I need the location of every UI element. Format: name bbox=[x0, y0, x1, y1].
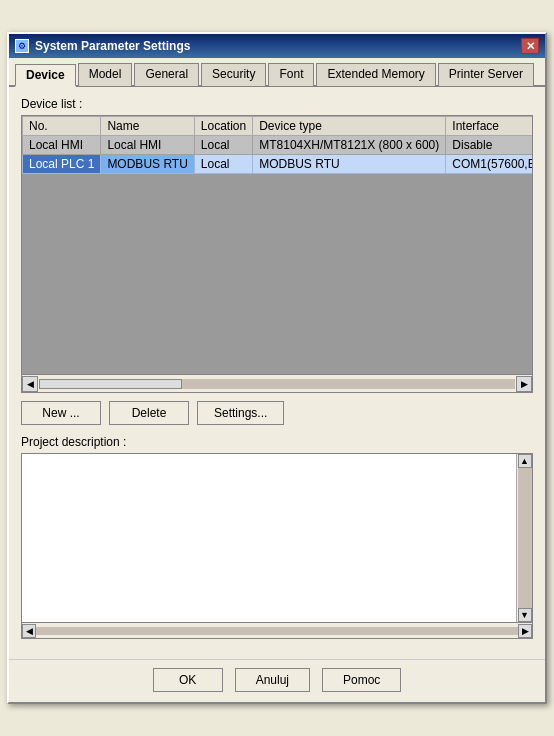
scroll-right-button[interactable]: ▶ bbox=[516, 376, 532, 392]
action-buttons: New ... Delete Settings... bbox=[21, 401, 533, 425]
table-empty-area bbox=[22, 174, 532, 374]
project-desc-h-scrollbar: ◀ ▶ bbox=[21, 623, 533, 639]
scroll-down-button[interactable]: ▼ bbox=[518, 608, 532, 622]
device-table-header: No. Name Location Device type Interface … bbox=[23, 117, 533, 136]
cell-interface: Disable bbox=[446, 136, 532, 155]
table-row[interactable]: Local HMI Local HMI Local MT8104XH/MT812… bbox=[23, 136, 533, 155]
cell-name: MODBUS RTU bbox=[101, 155, 194, 174]
tab-font[interactable]: Font bbox=[268, 63, 314, 86]
header-row: No. Name Location Device type Interface … bbox=[23, 117, 533, 136]
cell-device-type: MT8104XH/MT8121X (800 x 600) bbox=[253, 136, 446, 155]
ok-button[interactable]: OK bbox=[153, 668, 223, 692]
cell-interface: COM1(57600,E,8,1) bbox=[446, 155, 532, 174]
close-button[interactable]: ✕ bbox=[521, 38, 539, 54]
tab-general[interactable]: General bbox=[134, 63, 199, 86]
cancel-button[interactable]: Anuluj bbox=[235, 668, 310, 692]
h-scroll-track[interactable] bbox=[39, 379, 515, 389]
h-scrollbar: ◀ ▶ bbox=[22, 374, 532, 392]
window-icon: ⚙ bbox=[15, 39, 29, 53]
project-description-label: Project description : bbox=[21, 435, 533, 449]
device-table-outer: No. Name Location Device type Interface … bbox=[21, 115, 533, 393]
delete-button[interactable]: Delete bbox=[109, 401, 189, 425]
cell-location: Local bbox=[194, 136, 252, 155]
proj-h-scroll-track[interactable] bbox=[36, 627, 518, 635]
device-table-inner: No. Name Location Device type Interface … bbox=[22, 116, 532, 374]
device-table-body: Local HMI Local HMI Local MT8104XH/MT812… bbox=[23, 136, 533, 174]
table-row[interactable]: Local PLC 1 MODBUS RTU Local MODBUS RTU … bbox=[23, 155, 533, 174]
tab-model[interactable]: Model bbox=[78, 63, 133, 86]
tab-device[interactable]: Device bbox=[15, 64, 76, 87]
cell-no: Local PLC 1 bbox=[23, 155, 101, 174]
new-button[interactable]: New ... bbox=[21, 401, 101, 425]
col-interface: Interface bbox=[446, 117, 532, 136]
col-device-type: Device type bbox=[253, 117, 446, 136]
footer-buttons: OK Anuluj Pomoc bbox=[9, 659, 545, 702]
scroll-left-button[interactable]: ◀ bbox=[22, 376, 38, 392]
col-name: Name bbox=[101, 117, 194, 136]
window-title: System Parameter Settings bbox=[35, 39, 190, 53]
cell-name: Local HMI bbox=[101, 136, 194, 155]
tab-security[interactable]: Security bbox=[201, 63, 266, 86]
v-scrollbar: ▲ ▼ bbox=[516, 454, 532, 622]
col-no: No. bbox=[23, 117, 101, 136]
proj-scroll-left[interactable]: ◀ bbox=[22, 624, 36, 638]
cell-location: Local bbox=[194, 155, 252, 174]
project-description-input[interactable] bbox=[22, 454, 516, 622]
v-scroll-track[interactable] bbox=[518, 468, 532, 608]
tab-content: Device list : No. Name Location Device t… bbox=[9, 87, 545, 659]
settings-button[interactable]: Settings... bbox=[197, 401, 284, 425]
title-bar-left: ⚙ System Parameter Settings bbox=[15, 39, 190, 53]
device-table: No. Name Location Device type Interface … bbox=[22, 116, 532, 174]
system-parameter-settings-window: ⚙ System Parameter Settings ✕ Device Mod… bbox=[7, 32, 547, 704]
proj-scroll-right[interactable]: ▶ bbox=[518, 624, 532, 638]
tab-extended-memory[interactable]: Extended Memory bbox=[316, 63, 435, 86]
tab-printer-server[interactable]: Printer Server bbox=[438, 63, 534, 86]
col-location: Location bbox=[194, 117, 252, 136]
tab-bar: Device Model General Security Font Exten… bbox=[9, 58, 545, 87]
project-description-container: ▲ ▼ bbox=[21, 453, 533, 623]
h-scroll-thumb[interactable] bbox=[39, 379, 182, 389]
scroll-up-button[interactable]: ▲ bbox=[518, 454, 532, 468]
cell-no: Local HMI bbox=[23, 136, 101, 155]
help-button[interactable]: Pomoc bbox=[322, 668, 401, 692]
cell-device-type: MODBUS RTU bbox=[253, 155, 446, 174]
device-list-label: Device list : bbox=[21, 97, 533, 111]
title-bar: ⚙ System Parameter Settings ✕ bbox=[9, 34, 545, 58]
